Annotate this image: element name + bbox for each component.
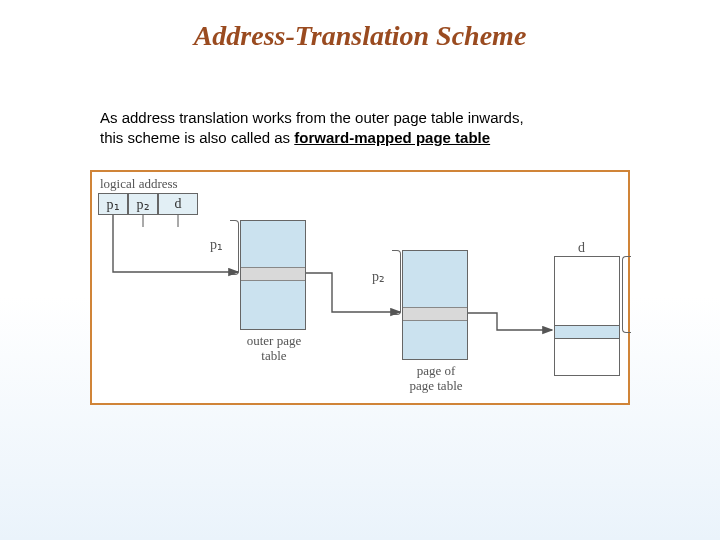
- logical-address-p2: p₂: [128, 193, 158, 215]
- logical-address-label: logical address: [100, 176, 178, 192]
- body-line2-pre: this scheme is also called as: [100, 129, 294, 146]
- inner-brace: [392, 250, 401, 315]
- seg-label-p2: p₂: [372, 268, 385, 285]
- page-of-page-table-box: [402, 250, 468, 360]
- address-translation-figure: logical address p₁ p₂ d p₁ outer page ta…: [90, 170, 630, 405]
- seg-label-d: d: [578, 240, 585, 256]
- logical-address-p1: p₁: [98, 193, 128, 215]
- frame-entry: [555, 325, 619, 339]
- page-of-page-table-caption: page of page table: [400, 364, 472, 394]
- outer-page-table-box: [240, 220, 306, 330]
- body-line2-bold: forward-mapped page table: [294, 129, 490, 146]
- outer-page-table-caption: outer page table: [242, 334, 306, 364]
- seg-label-p1: p₁: [210, 236, 223, 253]
- logical-address-d: d: [158, 193, 198, 215]
- outer-brace: [230, 220, 239, 275]
- slide-title: Address-Translation Scheme: [0, 20, 720, 52]
- frame-brace: [622, 256, 631, 333]
- slide: Address-Translation Scheme As address tr…: [0, 0, 720, 540]
- body-text: As address translation works from the ou…: [100, 108, 640, 149]
- body-line1: As address translation works from the ou…: [100, 109, 524, 126]
- frame-box: [554, 256, 620, 376]
- outer-table-entry: [241, 267, 305, 281]
- inner-table-entry: [403, 307, 467, 321]
